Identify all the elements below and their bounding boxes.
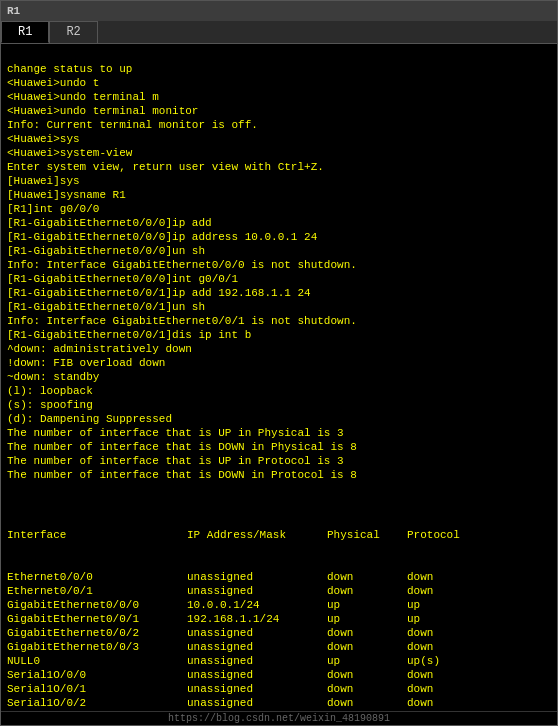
col-protocol-header: Protocol (407, 528, 460, 542)
table-row: GigabitEthernet0/0/2unassigneddowndown (7, 626, 551, 640)
terminal-line: The number of interface that is DOWN in … (7, 469, 357, 481)
terminal-line: change status to up (7, 63, 132, 75)
terminal-line: (l): loopback (7, 385, 93, 397)
terminal-line: <Huawei>undo terminal m (7, 91, 159, 103)
terminal-line: [R1]int g0/0/0 (7, 203, 99, 215)
terminal-output[interactable]: change status to up <Huawei>undo t <Huaw… (1, 44, 557, 711)
tab-r2[interactable]: R2 (49, 21, 97, 43)
title-bar: R1 (1, 1, 557, 21)
interface-table: Interface IP Address/Mask Physical Proto… (7, 500, 551, 711)
terminal-line: <Huawei>system-view (7, 147, 132, 159)
terminal-line: [R1-GigabitEthernet0/0/0]ip add (7, 217, 212, 229)
tab-bar: R1 R2 (1, 21, 557, 44)
terminal-line: ~down: standby (7, 371, 99, 383)
terminal-line: <Huawei>sys (7, 133, 80, 145)
terminal-line: <Huawei>undo t (7, 77, 99, 89)
terminal-line: [R1-GigabitEthernet0/0/0]ip address 10.0… (7, 231, 317, 243)
terminal-line: [R1-GigabitEthernet0/0/1]dis ip int b (7, 329, 251, 341)
table-row: Serial1O/0/0unassigneddowndown (7, 668, 551, 682)
table-header-row: Interface IP Address/Mask Physical Proto… (7, 528, 551, 542)
col-ip-header: IP Address/Mask (187, 528, 327, 542)
terminal-line: [R1-GigabitEthernet0/0/1]ip add 192.168.… (7, 287, 311, 299)
terminal-line: [R1-GigabitEthernet0/0/1]un sh (7, 301, 205, 313)
terminal-line: Info: Interface GigabitEthernet0/0/1 is … (7, 315, 357, 327)
table-row: GigabitEthernet0/0/3unassigneddowndown (7, 640, 551, 654)
terminal-line: [Huawei]sys (7, 175, 80, 187)
table-row: Ethernet0/0/0unassigneddowndown (7, 570, 551, 584)
url-bar: https://blog.csdn.net/weixin_48190891 (1, 711, 557, 725)
terminal-line: [R1-GigabitEthernet0/0/0]un sh (7, 245, 205, 257)
terminal-line: The number of interface that is UP in Pr… (7, 455, 344, 467)
terminal-line: (d): Dampening Suppressed (7, 413, 172, 425)
table-row: GigabitEthernet0/0/010.0.0.1/24upup (7, 598, 551, 612)
col-physical-header: Physical (327, 528, 407, 542)
terminal-line: Info: Interface GigabitEthernet0/0/0 is … (7, 259, 357, 271)
table-row: Ethernet0/0/1unassigneddowndown (7, 584, 551, 598)
col-interface-header: Interface (7, 528, 187, 542)
tab-r1[interactable]: R1 (1, 21, 49, 43)
terminal-line: Info: Current terminal monitor is off. (7, 119, 258, 131)
terminal-line: The number of interface that is UP in Ph… (7, 427, 344, 439)
terminal-line: (s): spoofing (7, 399, 93, 411)
table-row: Serial1O/0/1unassigneddowndown (7, 682, 551, 696)
table-row: GigabitEthernet0/0/1192.168.1.1/24upup (7, 612, 551, 626)
table-row: NULL0unassignedupup(s) (7, 654, 551, 668)
main-window: R1 R1 R2 change status to up <Huawei>und… (0, 0, 558, 726)
terminal-line: !down: FIB overload down (7, 357, 165, 369)
terminal-line: The number of interface that is DOWN in … (7, 441, 357, 453)
terminal-line: Enter system view, return user view with… (7, 161, 324, 173)
table-row: Serial1O/0/2unassigneddowndown (7, 696, 551, 710)
terminal-line: [R1-GigabitEthernet0/0/0]int g0/0/1 (7, 273, 238, 285)
terminal-line: <Huawei>undo terminal monitor (7, 105, 198, 117)
table-rows: Ethernet0/0/0unassigneddowndownEthernet0… (7, 570, 551, 711)
window-title: R1 (7, 5, 20, 17)
terminal-line: ^down: administratively down (7, 343, 192, 355)
terminal-line: [Huawei]sysname R1 (7, 189, 126, 201)
